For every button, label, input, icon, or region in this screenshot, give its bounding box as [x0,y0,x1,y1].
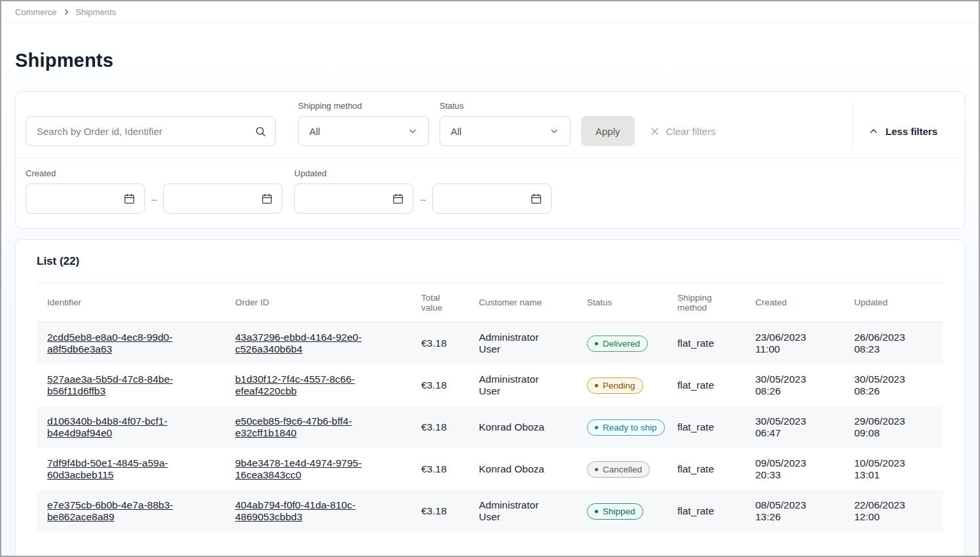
breadcrumb-bar: Commerce Shipments [1,1,979,22]
filters-panel: Shipping method All Status All [15,91,965,229]
total-value-cell: €3.18 [411,406,468,448]
breadcrumb-item-shipments[interactable]: Shipments [76,7,116,17]
chevron-down-icon [549,126,559,136]
order-id-link[interactable]: 404ab794-f0f0-41da-810c-4869053cbbd3 [235,499,400,523]
order-id-cell: 9b4e3478-1e4d-4974-9795-16cea3843cc0 [225,448,411,490]
status-badge: Delivered [587,336,648,352]
app-frame: Commerce Shipments Shipments [0,0,980,557]
created-from-field [26,183,145,214]
chevron-up-icon [869,126,878,136]
shipping-method-select[interactable]: All [298,116,429,146]
created-from-input[interactable] [34,193,123,204]
updated-cell: 30/05/2023 08:26 [844,364,943,406]
updated-range-field: Updated – [294,168,551,214]
updated-label: Updated [294,168,551,178]
status-dot [595,342,598,345]
status-dot [595,426,598,429]
created-cell: 08/05/2023 13:26 [745,490,844,532]
column-header-total-value: Total value [411,283,468,322]
status-badge: Pending [587,377,643,394]
status-cell: Shipped [576,490,667,532]
shipping-method-cell: flat_rate [667,406,745,448]
customer-name-cell: Administrator User [468,322,576,365]
table-row: 7df9f4bd-50e1-4845-a59a-60d3acbeb1159b4e… [37,448,943,490]
calendar-icon[interactable] [261,193,273,205]
order-id-link[interactable]: e50ceb85-f9c6-47b6-bff4-e32cff1b1840 [235,415,400,439]
identifier-link[interactable]: 2cdd5eb8-e8a0-4ec8-99d0-a8f5db6e3a63 [47,332,214,355]
created-to-input[interactable] [172,193,261,204]
order-id-cell: e50ceb85-f9c6-47b6-bff4-e32cff1b1840 [225,406,411,448]
updated-from-input[interactable] [303,193,392,204]
identifier-cell: 2cdd5eb8-e8a0-4ec8-99d0-a8f5db6e3a63 [37,322,225,365]
chevron-down-icon [407,126,418,136]
chevron-right-icon [63,9,70,16]
shipping-method-cell: flat_rate [667,364,745,406]
column-header-created: Created [745,283,844,322]
table-row: d106340b-b4b8-4f07-bcf1-b4e4d9af94e0e50c… [37,406,943,448]
order-id-cell: b1d30f12-7f4c-4557-8c66-efeaf4220cbb [225,364,411,406]
main-content: Shipments Shipping method All [1,50,979,557]
total-value-cell: €3.18 [411,490,468,532]
table-row: e7e375cb-6b0b-4e7a-88b3-be862ace8a89404a… [37,490,943,532]
filters-row-dates: Created – [16,159,964,228]
calendar-icon[interactable] [123,193,136,205]
breadcrumb: Commerce Shipments [15,7,965,17]
total-value-cell: €3.18 [411,448,468,490]
calendar-icon[interactable] [530,193,542,205]
created-cell: 30/05/2023 08:26 [745,364,844,406]
order-id-link[interactable]: 9b4e3478-1e4d-4974-9795-16cea3843cc0 [235,457,400,481]
status-cell: Cancelled [576,448,667,490]
search-field [26,116,276,146]
status-select[interactable]: All [440,116,571,146]
identifier-link[interactable]: d106340b-b4b8-4f07-bcf1-b4e4d9af94e0 [47,415,214,439]
column-header-identifier: Identifier [37,283,225,322]
order-id-link[interactable]: 43a37296-ebbd-4164-92e0-c526a340b6b4 [235,332,400,355]
search-input[interactable] [26,117,275,145]
status-cell: Delivered [576,322,667,365]
identifier-link[interactable]: 7df9f4bd-50e1-4845-a59a-60d3acbeb115 [47,457,214,481]
identifier-cell: d106340b-b4b8-4f07-bcf1-b4e4d9af94e0 [37,406,225,448]
shipments-table: IdentifierOrder IDTotal valueCustomer na… [37,282,943,532]
search-icon [254,125,267,138]
page-title: Shipments [15,50,965,71]
shipping-method-cell: flat_rate [667,490,745,532]
breadcrumb-item-commerce[interactable]: Commerce [15,7,57,17]
column-header-updated: Updated [844,283,943,322]
customer-name-cell: Administrator User [468,490,576,532]
status-badge: Shipped [587,503,643,520]
updated-cell: 26/06/2023 08:23 [844,322,943,365]
order-id-link[interactable]: b1d30f12-7f4c-4557-8c66-efeaf4220cbb [235,374,400,397]
status-dot [595,510,598,513]
close-icon [649,126,660,137]
vertical-divider [852,104,853,146]
created-to-field [163,183,282,214]
clear-filters-button[interactable]: Clear filters [645,116,720,146]
status-field: Status All [440,101,571,146]
updated-cell: 10/05/2023 13:01 [844,448,943,490]
identifier-link[interactable]: 527aae3a-5b5d-47c8-84be-b56f11d6ffb3 [47,374,214,397]
shipments-list-panel: List (22) IdentifierOrder IDTotal valueC… [15,239,965,557]
shipping-method-cell: flat_rate [667,322,745,365]
status-cell: Pending [576,364,667,406]
range-dash: – [151,193,157,204]
updated-to-field [432,183,552,214]
customer-name-cell: Konrad Oboza [468,448,576,490]
customer-name-cell: Administrator User [468,364,576,406]
apply-button[interactable]: Apply [581,116,635,146]
order-id-cell: 404ab794-f0f0-41da-810c-4869053cbbd3 [225,490,411,532]
shipping-method-label: Shipping method [298,101,429,111]
identifier-link[interactable]: e7e375cb-6b0b-4e7a-88b3-be862ace8a89 [47,499,214,523]
updated-cell: 22/06/2023 12:00 [844,490,943,532]
status-badge: Ready to ship [587,419,665,436]
updated-cell: 29/06/2023 09:08 [844,406,943,448]
created-date-pair: – [26,183,282,214]
updated-to-input[interactable] [441,193,530,204]
identifier-cell: 7df9f4bd-50e1-4845-a59a-60d3acbeb115 [37,448,225,490]
shipping-method-field: Shipping method All [298,101,429,146]
calendar-icon[interactable] [392,193,404,205]
range-dash: – [420,193,425,204]
less-filters-button[interactable]: Less filters [869,116,937,146]
status-value: All [451,126,462,137]
column-header-customer-name: Customer name [468,283,576,322]
identifier-cell: e7e375cb-6b0b-4e7a-88b3-be862ace8a89 [37,490,225,532]
